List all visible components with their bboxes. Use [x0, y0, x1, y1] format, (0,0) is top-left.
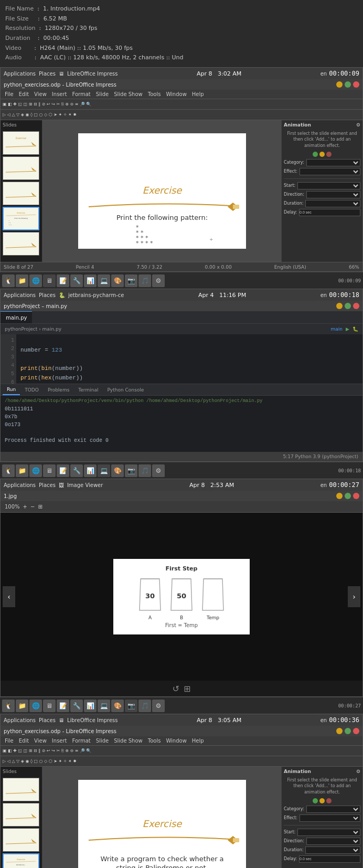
minimize-btn-4[interactable] [336, 728, 343, 734]
menu-slideshow-1[interactable]: Slide Show [114, 91, 143, 97]
category-select[interactable] [306, 159, 360, 166]
taskbar2-icon-10[interactable]: 📷 [125, 464, 137, 477]
tab-main-py[interactable]: main.py [1, 311, 32, 323]
taskbar-icon-12[interactable]: ⚙️ [152, 274, 165, 287]
category-select-2[interactable] [306, 806, 360, 813]
apps-menu-1[interactable]: Applications [4, 71, 36, 77]
menu-view-1[interactable]: View [34, 91, 47, 97]
taskbar-icon-5[interactable]: 📝 [57, 274, 69, 287]
slide-thumb-2-2[interactable] [3, 803, 39, 827]
taskbar3-icon-9[interactable]: 🎨 [111, 700, 124, 712]
taskbar2-icon-5[interactable]: 📝 [57, 464, 69, 477]
anim-settings-icon-2[interactable]: ⚙ [356, 769, 360, 774]
apps-menu-4[interactable]: Applications [4, 717, 36, 723]
taskbar3-icon-3[interactable]: 🌐 [29, 700, 42, 712]
terminal-tab[interactable]: Terminal [74, 384, 102, 395]
maximize-btn-3[interactable] [345, 493, 351, 499]
taskbar3-icon-11[interactable]: 🎵 [138, 700, 151, 712]
slide-thumb-4[interactable]: Exercise Print the following * * * * * * [3, 207, 39, 230]
zoom-out-icon[interactable]: − [30, 504, 35, 510]
slide-thumb-1[interactable]: Exercise [3, 131, 39, 155]
taskbar-icon-7[interactable]: 📊 [84, 274, 97, 287]
taskbar3-icon-10[interactable]: 📷 [125, 700, 137, 712]
direction-select[interactable] [306, 191, 360, 198]
nav-prev-btn[interactable]: ‹ [3, 586, 15, 607]
places-menu-4[interactable]: Places [39, 717, 56, 723]
taskbar3-icon-8[interactable]: 💻 [98, 700, 110, 712]
taskbar2-icon-8[interactable]: 💻 [98, 464, 110, 477]
close-btn-3[interactable] [353, 493, 359, 499]
taskbar-icon-10[interactable]: 📷 [125, 274, 137, 287]
maximize-btn-4[interactable] [345, 728, 351, 734]
close-btn-1[interactable] [353, 81, 359, 88]
slide-thumb-2-3[interactable] [3, 828, 39, 852]
taskbar-icon-9[interactable]: 🎨 [111, 274, 124, 287]
slide-thumb-2-1[interactable] [3, 778, 39, 801]
anim-dot-green[interactable] [313, 152, 318, 157]
menu-tools-4[interactable]: Tools [148, 738, 161, 744]
direction-select-2[interactable] [306, 838, 360, 845]
taskbar2-icon-7[interactable]: 📊 [84, 464, 97, 477]
duration-select[interactable] [305, 200, 360, 207]
anim-settings-icon[interactable]: ⚙ [356, 122, 360, 128]
effect-select[interactable] [300, 168, 360, 175]
taskbar-icon-2[interactable]: 📁 [16, 274, 28, 287]
taskbar2-icon-4[interactable]: 🖥 [43, 464, 56, 477]
taskbar-icon-6[interactable]: 🔧 [70, 274, 83, 287]
menu-view-4[interactable]: View [34, 738, 47, 744]
places-menu-2[interactable]: Places [39, 292, 56, 298]
menu-help-4[interactable]: Help [192, 738, 204, 744]
taskbar-icon-4[interactable]: 🖥 [43, 274, 56, 287]
menu-slideshow-4[interactable]: Slide Show [114, 738, 143, 744]
taskbar3-icon-7[interactable]: 📊 [84, 700, 97, 712]
problems-tab[interactable]: Problems [44, 384, 73, 395]
anim-dot-red-2[interactable] [326, 798, 332, 803]
slide-thumb-2-4[interactable]: Exercise Palindrome... [3, 853, 39, 868]
taskbar3-icon-1[interactable]: 🐧 [2, 700, 15, 712]
slide-thumb-5[interactable] [3, 232, 39, 256]
start-select-2[interactable] [297, 829, 360, 836]
menu-window-1[interactable]: Window [166, 91, 186, 97]
anim-dot-green-2[interactable] [313, 798, 318, 803]
fit-icon[interactable]: ⊞ [38, 504, 42, 510]
menu-tools-1[interactable]: Tools [148, 91, 161, 97]
nav-next-btn[interactable]: › [348, 586, 360, 607]
minimize-btn-1[interactable] [336, 81, 343, 88]
menu-slide-4[interactable]: Slide [96, 738, 109, 744]
menu-file-1[interactable]: File [5, 91, 14, 97]
run-btn[interactable]: ▶ [346, 326, 349, 332]
taskbar-icon-8[interactable]: 💻 [98, 274, 110, 287]
taskbar2-icon-6[interactable]: 🔧 [70, 464, 83, 477]
taskbar2-icon-11[interactable]: 🎵 [138, 464, 151, 477]
slide-thumb-2[interactable] [3, 156, 39, 180]
taskbar2-icon-1[interactable]: 🐧 [2, 464, 15, 477]
menu-edit-4[interactable]: Edit [19, 738, 29, 744]
taskbar-icon-11[interactable]: 🎵 [138, 274, 151, 287]
close-btn-2[interactable] [353, 303, 359, 309]
taskbar2-icon-2[interactable]: 📁 [16, 464, 28, 477]
places-menu-3[interactable]: Places [39, 482, 56, 488]
start-select[interactable] [297, 182, 360, 189]
todo-tab[interactable]: TODO [20, 384, 43, 395]
menu-window-4[interactable]: Window [166, 738, 186, 744]
taskbar3-icon-4[interactable]: 🖥 [43, 700, 56, 712]
taskbar2-icon-12[interactable]: ⚙️ [152, 464, 165, 477]
apps-menu-3[interactable]: Applications [4, 482, 36, 488]
taskbar3-icon-5[interactable]: 📝 [57, 700, 69, 712]
menu-edit-1[interactable]: Edit [19, 91, 29, 97]
zoom-in-icon[interactable]: + [23, 504, 27, 510]
minimize-btn-2[interactable] [336, 303, 343, 309]
zoom-fit-btn[interactable]: ⊞ [184, 684, 190, 694]
menu-format-4[interactable]: Format [72, 738, 91, 744]
anim-dot-yellow[interactable] [319, 152, 325, 157]
taskbar3-icon-6[interactable]: 🔧 [70, 700, 83, 712]
duration-select-2[interactable] [305, 846, 360, 854]
anim-dot-yellow-2[interactable] [319, 798, 325, 803]
python-console-tab[interactable]: Python Console [103, 384, 148, 395]
taskbar3-icon-2[interactable]: 📁 [16, 700, 28, 712]
maximize-btn-1[interactable] [345, 81, 351, 88]
apps-menu-2[interactable]: Applications [4, 292, 36, 298]
menu-slide-1[interactable]: Slide [96, 91, 109, 97]
menu-file-4[interactable]: File [5, 738, 14, 744]
run-tab[interactable]: Run [3, 384, 20, 395]
